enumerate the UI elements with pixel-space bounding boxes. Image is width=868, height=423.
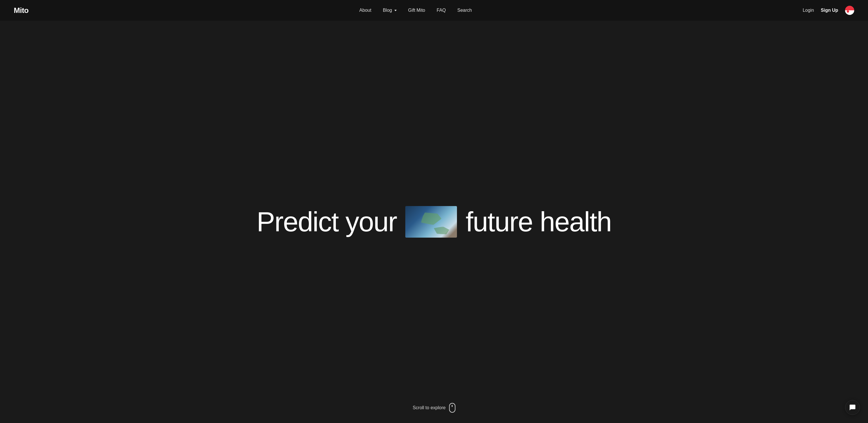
hero-image	[405, 206, 457, 238]
country-flag-singapore[interactable]	[845, 6, 854, 15]
signup-button[interactable]: Sign Up	[821, 8, 838, 13]
nav-link-blog[interactable]: Blog	[383, 8, 397, 13]
nav-logo[interactable]: Mito	[14, 6, 28, 15]
chat-bubble-button[interactable]	[845, 400, 860, 415]
nav-link-gift-mito[interactable]: Gift Mito	[408, 8, 425, 13]
scroll-mouse-icon	[449, 403, 455, 413]
scroll-hint: Scroll to explore	[413, 403, 456, 413]
chat-icon	[849, 404, 856, 411]
hero-headline: Predict your future health	[0, 206, 868, 238]
nav-links: About Blog Gift Mito FAQ Search	[360, 8, 472, 13]
nav-right: Login Sign Up	[803, 6, 854, 15]
scroll-hint-label: Scroll to explore	[413, 405, 446, 411]
nav-link-search[interactable]: Search	[457, 8, 472, 13]
nav-link-faq[interactable]: FAQ	[437, 8, 446, 13]
chevron-down-icon	[394, 10, 397, 11]
nav-link-about[interactable]: About	[360, 8, 371, 13]
login-button[interactable]: Login	[803, 8, 814, 13]
hero-image-placeholder	[405, 206, 457, 238]
hero-text-right: future health	[466, 208, 611, 236]
hero-text-left: Predict your	[257, 208, 397, 236]
hero-section: Predict your future health	[0, 0, 868, 423]
navbar: Mito About Blog Gift Mito FAQ Search Log…	[0, 0, 868, 21]
